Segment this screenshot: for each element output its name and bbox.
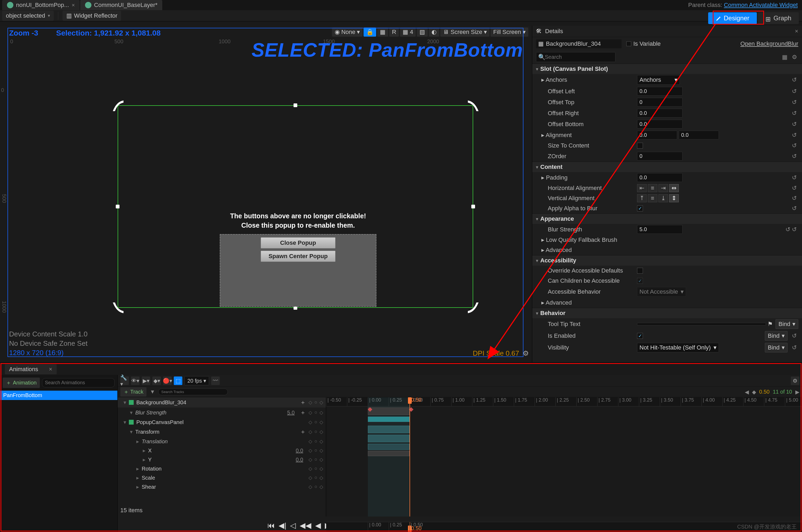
blur-input[interactable]: 5.0 [637,225,683,234]
add-key-icon[interactable]: ＋ [300,398,306,406]
designer-tab[interactable]: Designer [708,12,757,24]
spawn-center-popup-button[interactable]: Spawn Center Popup [261,251,336,262]
timeline-scrollbar[interactable]: 0.50 | 0.00| 0.25| 0.50 [326,522,802,532]
anchors-dropdown[interactable]: Anchors▾ [637,75,680,85]
step-back-icon[interactable]: ◁ [290,521,296,530]
key-icon[interactable]: ◆▾ [152,377,161,385]
reset-icon[interactable]: ↺ [790,153,798,160]
anchor-handle-br[interactable] [468,302,479,313]
selected-object-dropdown[interactable]: object selected▾ [2,11,54,21]
clip[interactable] [368,417,410,422]
playhead[interactable]: 0.50 [410,397,410,516]
step-left-icon[interactable]: ◀ [745,389,749,395]
bind-button[interactable]: Bind ▾ [765,343,787,353]
row-lowq[interactable]: Low Quality Fallback Brush [546,236,617,243]
offset-bottom-input[interactable]: 0.0 [637,120,683,129]
filter-icon[interactable]: ▼ [150,389,155,395]
reset-icon[interactable]: ↺ [790,332,798,339]
curve-icon[interactable]: 〰 [211,377,220,385]
add-key-icon[interactable]: ＋ [300,408,306,417]
goto-start-icon[interactable]: ⏮ [267,521,275,530]
animation-item[interactable]: PanFromBottom [0,391,117,400]
track-row[interactable]: ▾ Blur Strength 5.0 ＋ ◇○◇ [118,407,326,418]
offset-top-input[interactable]: 0 [637,98,683,107]
sequencer-gear-icon[interactable]: ⚙ [791,377,799,385]
row-padding[interactable]: ▸ Padding [541,174,634,181]
resize-handle-r[interactable] [471,205,475,208]
halign-segmented[interactable]: ⇤≡⇥⇔ [637,184,679,192]
search-tracks[interactable] [158,388,228,395]
snap-icon[interactable]: ⬚ [174,377,182,385]
component-name-field[interactable]: ▦ BackgroundBlur_304 [536,39,621,49]
align-x[interactable]: 0.0 [637,131,677,139]
cat-content[interactable]: ▾Content [532,162,802,172]
track-row[interactable]: ▾ Transform ＋ ◇○◇ [118,427,326,437]
prev-key-icon[interactable]: ◀| [279,521,286,530]
add-track-button[interactable]: ＋ Track [120,387,147,397]
fps-dropdown[interactable]: 20 fps ▾ [184,376,209,385]
close-icon[interactable]: × [72,2,75,8]
designer-viewport[interactable]: 0 500 1000 1500 2000 0 500 1000 ◉ None ▾… [0,26,532,362]
cat-appearance[interactable]: ▾Appearance [532,213,802,224]
anchor-handle-tl[interactable] [113,100,124,111]
offset-right-input[interactable]: 0.0 [637,109,683,118]
clip[interactable] [368,435,410,442]
anchor-handle-bl[interactable] [113,302,124,313]
reset-icon[interactable]: ↺ [790,132,798,139]
frame-back-icon[interactable]: ◀ [315,521,321,530]
cat-behavior[interactable]: ▾Behavior [532,308,802,318]
reset-icon[interactable]: ↺ ↺ [784,226,798,233]
gear-icon[interactable]: ⚙ [791,53,798,62]
reset-icon[interactable]: ↺ [790,195,798,202]
resize-handle-t[interactable] [294,103,297,107]
row-anchors[interactable]: ▸ Anchors [541,76,634,83]
cat-accessibility[interactable]: ▾Accessibility [532,255,802,266]
row-alignment[interactable]: ▸ Alignment [541,132,634,139]
align-y[interactable]: 0.0 [679,131,719,139]
reset-icon[interactable]: ↺ [790,99,798,106]
padding-input[interactable]: 0.0 [637,173,683,182]
row-advanced2[interactable]: Advanced [546,299,572,306]
size-to-content-checkbox[interactable] [637,143,643,149]
playback-icon[interactable]: ▶▾ [142,377,150,385]
add-key-icon[interactable]: ＋ [300,428,306,436]
rev-play-icon[interactable]: ◀◀ [300,521,312,530]
tab-bottom-popup[interactable]: nonUI_BottomPop... × [2,0,80,10]
track-row[interactable]: ▾ BackgroundBlur_304 ＋ ◇○◇ [118,397,326,407]
reset-icon[interactable]: ↺ [790,121,798,128]
bind-button[interactable]: Bind ▾ [776,319,798,329]
track-row[interactable]: ▸ Shear ◇○◇ [118,482,326,491]
tab-base-layer[interactable]: CommonUI_BaseLayer* [80,0,162,10]
step-right-icon[interactable]: ▶ [795,389,799,395]
override-acc-checkbox[interactable] [637,268,643,273]
clip[interactable] [368,407,410,415]
tooltip-input[interactable] [637,323,766,325]
clip[interactable] [368,451,410,456]
valign-segmented[interactable]: ⤒≡⤓⇕ [637,194,679,202]
view-icon[interactable]: 👁▾ [131,377,139,385]
reset-icon[interactable]: ↺ [790,185,798,192]
visibility-dropdown[interactable]: Not Hit-Testable (Self Only) ▾ [637,343,719,353]
track-row[interactable]: ▾ PopupCanvasPanel ◇○◇ [118,418,326,427]
cat-slot[interactable]: ▾Slot (Canvas Panel Slot) [532,63,802,74]
track-row[interactable]: ▸ Translation ◇○◇ [118,437,326,446]
reset-icon[interactable]: ↺ [790,88,798,95]
reset-icon[interactable]: ↺ [790,76,798,83]
clip[interactable] [368,426,410,433]
viewport-settings-icon[interactable]: ⚙ [523,349,529,358]
record-icon[interactable]: 🔴▾ [163,377,172,385]
search-animations[interactable] [42,378,115,387]
row-advanced[interactable]: Advanced [546,247,572,253]
track-row[interactable]: ▸ Y 0.0 ◇○◇ [118,455,326,464]
close-icon[interactable]: × [49,366,52,373]
track-row[interactable]: ▸ X 0.0 ◇○◇ [118,446,326,455]
open-class-link[interactable]: Open BackgroundBlur [741,40,798,47]
zorder-input[interactable]: 0 [637,152,683,160]
close-popup-button[interactable]: Close Popup [261,237,336,248]
reset-icon[interactable]: ↺ [790,205,798,212]
time-display[interactable]: 0.50 [759,389,770,395]
enabled-checkbox[interactable]: ✓ [637,333,643,339]
anchor-handle-tr[interactable] [468,100,479,111]
localize-icon[interactable]: ⚑ [767,321,773,328]
graph-tab[interactable]: ⊞ Graph [758,12,799,24]
